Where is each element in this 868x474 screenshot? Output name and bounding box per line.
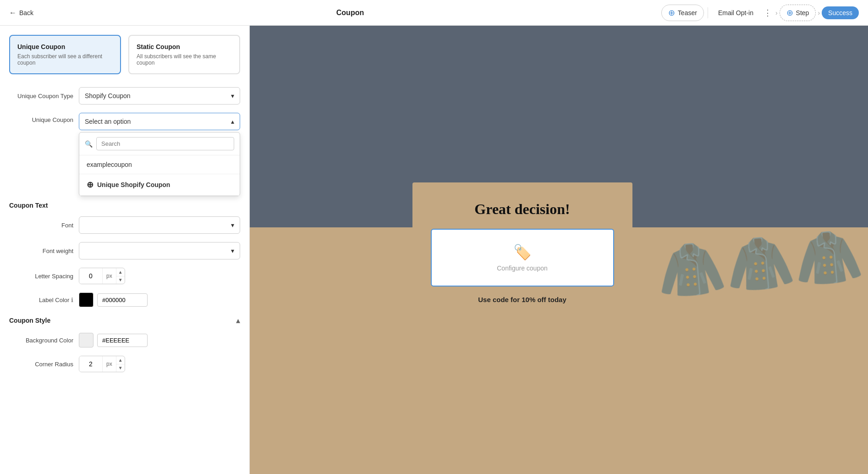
unique-coupon-label: Unique Coupon [9,116,73,123]
coupon-style-label: Coupon Style [9,317,50,324]
letter-spacing-input-wrap: px ▲ ▼ [79,268,125,284]
background-color-swatch[interactable] [79,333,93,347]
coupon-type-row-form: Unique Coupon Type Shopify Coupon ▾ [9,87,240,105]
add-step-button[interactable]: ⊕ Step [780,5,816,21]
dropdown-item-label-2: Unique Shopify Coupon [97,181,170,188]
coupon-type-select[interactable]: Shopify Coupon ▾ [79,87,240,105]
back-label: Back [19,9,33,17]
steps-nav: ⊕ Teaser Email Opt-in ⋮ › ⊕ Step › Succe… [661,5,859,21]
dropdown-item-examplecoupon[interactable]: examplecoupon [79,155,240,174]
dropdown-item-label-1: examplecoupon [87,161,132,168]
font-chevron-icon: ▾ [231,221,234,229]
right-panel: 🧥🧥🧥 Great decision! 🏷️ Configure coupon … [250,26,868,474]
page-title: Coupon [39,9,661,17]
top-navigation: ← Back Coupon ⊕ Teaser Email Opt-in ⋮ › … [0,0,868,26]
search-icon: 🔍 [85,140,93,148]
coupon-dropdown-menu: 🔍 examplecoupon ⊕ Unique Shopify Coupon [79,132,240,196]
chevron-down-icon: ▾ [231,92,234,99]
letter-spacing-down-button[interactable]: ▼ [116,276,125,284]
corner-radius-down-button[interactable]: ▼ [116,364,125,372]
unique-coupon-card[interactable]: Unique Coupon Each subscriber will see a… [9,35,121,74]
coupon-type-value: Shopify Coupon [85,92,131,99]
background-color-hex-input[interactable] [97,334,148,347]
coupon-type-row: Unique Coupon Each subscriber will see a… [9,35,240,74]
label-color-label: Label Color ℹ [9,297,73,303]
dropdown-item-add-unique[interactable]: ⊕ Unique Shopify Coupon [79,174,240,196]
corner-radius-up-button[interactable]: ▲ [116,356,125,364]
add-circle-icon: ⊕ [87,180,93,190]
step-arrow-2-icon: › [818,9,820,17]
corner-radius-arrows: ▲ ▼ [116,356,125,372]
font-weight-select[interactable]: ▾ [79,242,240,259]
corner-radius-label: Corner Radius [9,361,73,368]
static-coupon-title: Static Coupon [137,43,232,50]
letter-spacing-up-button[interactable]: ▲ [116,268,125,276]
label-color-row: Label Color ℹ [9,292,240,307]
coupon-style-collapse-icon[interactable]: ▴ [236,315,240,325]
success-label: Success [828,9,852,17]
font-weight-row: Font weight ▾ [9,242,240,259]
coupon-text-section-header: Coupon Text [9,202,240,209]
corner-radius-row: Corner Radius px ▲ ▼ [9,356,240,372]
step-email-button[interactable]: Email Opt-in [712,6,760,19]
static-coupon-desc: All subscribers will see the same coupon [137,53,232,66]
hangers-decoration: 🧥🧥🧥 [654,222,866,305]
corner-radius-unit: px [102,356,116,372]
unique-coupon-placeholder: Select an option [85,118,131,125]
label-color-info-icon[interactable]: ℹ [71,297,73,303]
back-button[interactable]: ← Back [9,5,39,21]
add-step-plus-icon: ⊕ [786,8,793,18]
teaser-plus-icon: ⊕ [668,8,675,18]
coupon-type-label: Unique Coupon Type [9,93,73,99]
chevron-up-icon: ▴ [231,118,234,125]
step-teaser-button[interactable]: ⊕ Teaser [661,5,704,21]
letter-spacing-arrows: ▲ ▼ [116,268,125,284]
coupon-style-section: Coupon Style ▴ [9,315,240,325]
use-code-text: Use code for 10% off today [431,296,614,303]
back-arrow-icon: ← [9,9,16,17]
font-select[interactable]: ▾ [79,216,240,234]
teaser-label: Teaser [678,9,697,17]
coupon-configure-box[interactable]: 🏷️ Configure coupon [431,229,614,287]
font-weight-chevron-icon: ▾ [231,247,234,254]
preview-card: Great decision! 🏷️ Configure coupon Use … [412,182,632,317]
letter-spacing-row: Letter Spacing px ▲ ▼ [9,268,240,284]
preview-title: Great decision! [431,201,614,218]
unique-coupon-select[interactable]: Select an option ▴ [79,113,240,130]
step-divider [708,7,708,18]
label-color-swatch[interactable] [79,292,93,307]
coupon-tag-icon: 🏷️ [513,243,532,261]
unique-coupon-dropdown-container: Select an option ▴ 🔍 examplecoupon ⊕ Uni… [79,113,240,130]
letter-spacing-unit: px [102,268,116,284]
step-label: Step [796,9,809,17]
letter-spacing-label: Letter Spacing [9,273,73,280]
background-color-label: Background Color [9,337,73,344]
hangers-area: 🧥🧥🧥 [652,26,868,474]
dropdown-search-input[interactable] [96,137,234,150]
step-success-button[interactable]: Success [822,6,859,19]
coupon-text-label: Coupon Text [9,202,48,209]
label-color-row-inner [79,292,148,307]
unique-coupon-row: Unique Coupon Select an option ▴ 🔍 examp… [9,113,240,130]
static-coupon-card[interactable]: Static Coupon All subscribers will see t… [128,35,240,74]
corner-radius-input-wrap: px ▲ ▼ [79,356,125,372]
font-weight-label: Font weight [9,248,73,254]
corner-radius-input[interactable] [79,356,102,372]
background-color-row: Background Color [9,333,240,347]
configure-coupon-text: Configure coupon [497,265,548,272]
font-label: Font [9,222,73,229]
email-label: Email Opt-in [718,9,753,17]
background-color-row-inner [79,333,148,347]
unique-coupon-desc: Each subscriber will see a different cou… [17,53,113,66]
letter-spacing-input[interactable] [79,268,102,284]
unique-coupon-title: Unique Coupon [17,43,113,50]
preview-area: 🧥🧥🧥 Great decision! 🏷️ Configure coupon … [250,26,868,474]
email-dots-button[interactable]: ⋮ [762,8,774,18]
dropdown-search-row: 🔍 [79,132,240,155]
label-color-label-text: Label Color [39,297,70,303]
main-layout: Unique Coupon Each subscriber will see a… [0,26,868,474]
font-row: Font ▾ [9,216,240,234]
label-color-hex-input[interactable] [97,293,148,307]
step-arrow-icon: › [775,9,778,17]
left-panel: Unique Coupon Each subscriber will see a… [0,26,250,474]
